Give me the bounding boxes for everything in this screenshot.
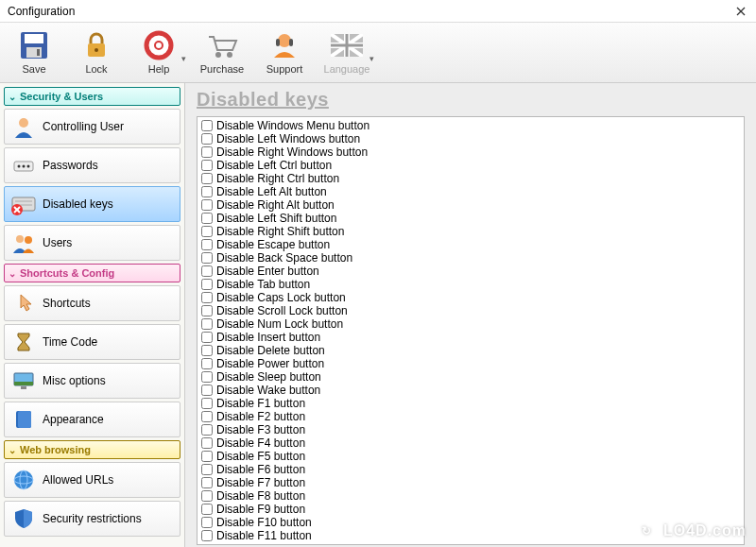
list-item: Disable F7 button: [201, 476, 740, 489]
checkbox[interactable]: [201, 199, 213, 211]
list-item: Disable Left Alt button: [201, 185, 740, 198]
chevron-down-icon: ⌄: [9, 268, 16, 279]
keyboard-x-icon: [10, 191, 37, 217]
checkbox[interactable]: [201, 490, 213, 502]
list-item-label: Disable Caps Lock button: [216, 291, 346, 304]
checkbox[interactable]: [201, 411, 213, 422]
flag-icon: [330, 28, 364, 62]
support-button[interactable]: Support: [258, 28, 311, 75]
list-item-label: Disable Right Alt button: [216, 198, 335, 212]
list-item-label: Disable F4 button: [216, 436, 305, 450]
list-item: Disable F1 button: [201, 397, 740, 410]
sidebar-item-appearance[interactable]: Appearance: [4, 402, 180, 437]
checkbox[interactable]: [201, 252, 213, 264]
sidebar-item-disabled-keys[interactable]: Disabled keys: [4, 186, 180, 222]
list-item-label: Disable Sleep button: [216, 370, 321, 384]
support-icon: [267, 28, 301, 62]
sidebar-item-passwords[interactable]: Passwords: [4, 147, 180, 183]
list-item: Disable F9 button: [201, 503, 740, 516]
sidebar-item-time-code[interactable]: Time Code: [4, 324, 180, 360]
list-item: Disable Left Windows button: [201, 132, 740, 145]
checkbox[interactable]: [201, 305, 213, 316]
checkbox[interactable]: [201, 464, 213, 475]
help-dropdown-caret[interactable]: ▾: [181, 54, 186, 63]
list-item-label: Disable F11 button: [216, 529, 312, 542]
svg-rect-40: [18, 411, 31, 428]
list-item: Disable Right Ctrl button: [201, 172, 740, 185]
svg-point-35: [25, 236, 32, 244]
language-dropdown-caret[interactable]: ▾: [369, 54, 374, 63]
list-item: Disable F3 button: [201, 423, 740, 436]
list-item-label: Disable F2 button: [216, 410, 305, 423]
list-item: Disable Windows Menu button: [201, 119, 740, 132]
help-button[interactable]: Help: [132, 28, 185, 75]
svg-point-12: [278, 34, 291, 47]
list-item: Disable F8 button: [201, 489, 740, 503]
close-button[interactable]: [733, 4, 748, 19]
checkbox[interactable]: [201, 332, 213, 343]
checkbox[interactable]: [201, 226, 213, 237]
checkbox[interactable]: [201, 398, 213, 409]
sidebar-item-controlling-user[interactable]: Controlling User: [4, 109, 180, 145]
checkbox[interactable]: [201, 120, 213, 131]
checkbox[interactable]: [201, 358, 213, 369]
list-item-label: Disable Num Lock button: [216, 317, 343, 331]
list-item-label: Disable Wake button: [216, 384, 320, 397]
sidebar-item-misc-options[interactable]: Misc options: [4, 363, 180, 399]
sidebar-item-label: Shortcuts: [43, 297, 91, 310]
list-scroll[interactable]: Disable Windows Menu buttonDisable Left …: [198, 117, 744, 544]
checkbox[interactable]: [201, 530, 213, 541]
svg-point-41: [14, 470, 33, 489]
svg-point-26: [23, 165, 26, 168]
list-item-label: Disable Escape button: [216, 238, 330, 251]
svg-point-7: [94, 48, 98, 52]
checkbox[interactable]: [201, 173, 213, 184]
language-button[interactable]: Language: [320, 28, 373, 75]
checkbox[interactable]: [201, 146, 213, 158]
section-header[interactable]: ⌄Web browsing: [4, 440, 180, 459]
checkbox[interactable]: [201, 292, 213, 303]
checkbox[interactable]: [201, 213, 213, 224]
checkbox[interactable]: [201, 371, 213, 383]
checkbox[interactable]: [201, 345, 213, 356]
sidebar-item-allowed-urls[interactable]: Allowed URLs: [4, 462, 180, 498]
list-item-label: Disable F5 button: [216, 450, 305, 463]
section-header[interactable]: ⌄Security & Users: [4, 87, 180, 106]
checkbox[interactable]: [201, 133, 213, 145]
list-item-label: Disable Left Windows button: [216, 132, 360, 145]
checkbox[interactable]: [201, 318, 213, 330]
sidebar-item-shortcuts[interactable]: Shortcuts: [4, 285, 180, 321]
list-item: Disable Caps Lock button: [201, 291, 740, 304]
checkbox[interactable]: [201, 517, 213, 528]
checkbox[interactable]: [201, 424, 213, 436]
checkbox[interactable]: [201, 239, 213, 250]
checkbox[interactable]: [201, 451, 213, 462]
sidebar-item-security-restrictions[interactable]: Security restrictions: [4, 501, 180, 537]
list-item: Disable Power button: [201, 357, 740, 370]
checkbox[interactable]: [201, 385, 213, 396]
chevron-down-icon: ⌄: [9, 92, 16, 102]
list-item-label: Disable F3 button: [216, 423, 305, 436]
list-item: Disable Num Lock button: [201, 317, 740, 331]
checkbox[interactable]: [201, 437, 213, 449]
list-item-label: Disable Insert button: [216, 331, 320, 344]
checkbox[interactable]: [201, 265, 213, 277]
checkbox[interactable]: [201, 504, 213, 515]
checkbox[interactable]: [201, 477, 213, 488]
checkbox[interactable]: [201, 279, 213, 290]
pointer-icon: [10, 290, 37, 316]
list-item-label: Disable Right Shift button: [216, 225, 344, 238]
checkbox[interactable]: [201, 160, 213, 171]
purchase-button[interactable]: Purchase: [196, 28, 249, 75]
section-header[interactable]: ⌄Shortcuts & Config: [4, 264, 180, 282]
sidebar-item-users[interactable]: Users: [4, 225, 180, 261]
list-item: Disable Enter button: [201, 265, 740, 278]
svg-rect-37: [14, 382, 33, 385]
save-button[interactable]: Save: [8, 28, 60, 75]
list-item-label: Disable F10 button: [216, 516, 312, 529]
sidebar-item-label: Time Code: [43, 335, 97, 349]
list-item: Disable Right Shift button: [201, 225, 740, 238]
svg-rect-14: [289, 39, 293, 46]
checkbox[interactable]: [201, 186, 213, 197]
lock-button[interactable]: Lock: [70, 28, 123, 75]
